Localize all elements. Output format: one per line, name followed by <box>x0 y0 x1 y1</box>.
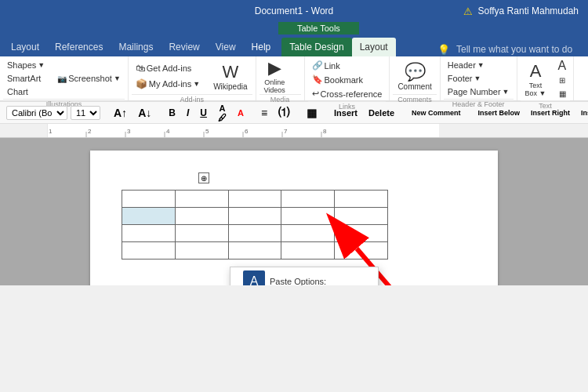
svg-text:8: 8 <box>323 128 327 135</box>
ruler: 1 2 3 4 5 6 7 8 <box>0 124 588 138</box>
search-area: 💡 <box>437 42 579 56</box>
svg-text:6: 6 <box>245 128 249 135</box>
document-area: ⊕ <box>0 138 588 285</box>
svg-text:7: 7 <box>284 128 288 135</box>
table-row <box>122 242 388 260</box>
btn-smartart[interactable]: SmartArt <box>3 72 49 85</box>
table-move-handle[interactable]: ⊕ <box>198 172 209 183</box>
cm-paste-options[interactable]: A Paste Options: <box>230 267 378 285</box>
svg-text:5: 5 <box>205 128 209 135</box>
table-cell[interactable] <box>228 191 281 208</box>
tab-view[interactable]: View <box>208 38 244 56</box>
table-cell[interactable] <box>335 225 388 242</box>
table-cell[interactable] <box>122 208 176 225</box>
btn-online-videos[interactable]: ▶ OnlineVideos <box>260 59 290 93</box>
table-cell[interactable] <box>335 191 388 208</box>
table-cell[interactable] <box>228 242 281 260</box>
font-family-select[interactable]: Calibri (Bo <box>6 106 67 120</box>
table-tools-label: Table Tools <box>278 22 359 34</box>
table-cell[interactable] <box>228 208 281 225</box>
btn-comment[interactable]: 💬 Comment <box>393 59 436 93</box>
btn-highlight[interactable]: A🖊 <box>214 102 230 124</box>
btn-italic[interactable]: I <box>183 106 193 120</box>
table-cell[interactable] <box>335 242 388 260</box>
table-cell[interactable] <box>122 191 176 208</box>
paste-icon: A <box>243 270 265 285</box>
btn-shrink-font[interactable]: A↓ <box>134 105 155 121</box>
btn-link[interactable]: 🔗 Link <box>308 59 387 72</box>
group-label-comments: Comments <box>393 94 436 103</box>
svg-text:4: 4 <box>166 128 170 135</box>
btn-bookmark[interactable]: 🔖 Bookmark <box>308 73 387 86</box>
tab-review[interactable]: Review <box>161 38 207 56</box>
btn-text-extra2[interactable]: ⊞ <box>555 74 570 86</box>
table-cell[interactable] <box>281 242 335 260</box>
ribbon-group-links: 🔗 Link 🔖 Bookmark ↩ Cross-reference Link… <box>305 56 390 100</box>
btn-numbering[interactable]: ⑴ <box>274 104 293 122</box>
btn-delete[interactable]: Delete <box>365 107 398 119</box>
btn-wikipedia[interactable]: W Wikipedia <box>209 59 252 93</box>
btn-table-grid[interactable]: ▦ <box>303 105 321 121</box>
tabs-row: Layout References Mailings Review View H… <box>0 38 588 56</box>
ribbon-group-media: ▶ OnlineVideos Media <box>256 56 305 100</box>
btn-text-extra3[interactable]: ▦ <box>555 88 570 100</box>
btn-insert-left[interactable]: Insert Left <box>577 107 588 118</box>
tab-help[interactable]: Help <box>244 38 279 56</box>
table-cell[interactable] <box>281 208 335 225</box>
table-row <box>122 225 388 242</box>
btn-header[interactable]: Header ▼ <box>444 59 514 71</box>
btn-text-box[interactable]: A TextBox ▼ <box>521 62 551 96</box>
table-cell[interactable] <box>228 225 281 242</box>
ribbon-group-comments: 💬 Comment Comments <box>390 56 440 100</box>
document-table[interactable] <box>122 190 388 260</box>
table-cell[interactable] <box>281 225 335 242</box>
table-cell[interactable] <box>122 225 176 242</box>
ruler-inner: 1 2 3 4 5 6 7 8 <box>47 124 439 137</box>
table-cell[interactable] <box>335 208 388 225</box>
search-input[interactable] <box>453 42 579 56</box>
title-bar: Document1 - Word ⚠ Soffya Ranti Mahmudah <box>0 0 588 22</box>
table-cell[interactable] <box>122 242 176 260</box>
ribbon-group-addins: 🛍 Get Add-ins 📦 My Add-ins ▼ W Wikipedia… <box>129 56 256 100</box>
btn-insert-below[interactable]: Insert Below <box>474 107 524 118</box>
btn-page-number[interactable]: Page Number ▼ <box>444 85 514 98</box>
ribbon-group-header-footer: Header ▼ Footer ▼ Page Number ▼ Header &… <box>441 56 517 100</box>
svg-text:2: 2 <box>88 128 92 135</box>
ribbon-group-illustrations: Shapes ▼ SmartArt Chart 📷 Screenshot ▼ I… <box>0 56 129 100</box>
context-menu: A Paste Options: ✂ Cut ⎘ Copy 🔍 Search S… <box>230 267 379 285</box>
btn-chart[interactable]: Chart <box>3 85 49 98</box>
tab-table-layout[interactable]: Layout <box>352 38 396 56</box>
btn-font-color[interactable]: A <box>234 107 248 119</box>
ribbon-tabs-container: Table Tools Layout References Mailings R… <box>0 22 588 56</box>
btn-list[interactable]: ≡ <box>257 105 271 121</box>
table-cell[interactable] <box>175 191 228 208</box>
cm-paste-label: Paste Options: <box>270 277 326 285</box>
table-cell[interactable] <box>175 208 228 225</box>
table-cell[interactable] <box>175 225 228 242</box>
btn-insert[interactable]: Insert <box>330 107 361 119</box>
btn-my-addins[interactable]: 📦 My Add-ins ▼ <box>132 77 204 91</box>
font-size-select[interactable]: 11 <box>71 106 100 120</box>
table-cell[interactable] <box>281 191 335 208</box>
btn-footer[interactable]: Footer ▼ <box>444 72 514 85</box>
btn-text-extra1[interactable]: A <box>555 59 570 73</box>
tab-mailings[interactable]: Mailings <box>111 38 161 56</box>
table-cell[interactable] <box>175 242 228 260</box>
tab-references[interactable]: References <box>47 38 111 56</box>
btn-grow-font[interactable]: A↑ <box>110 105 131 121</box>
btn-underline[interactable]: U <box>196 106 211 120</box>
btn-shapes[interactable]: Shapes ▼ <box>3 59 49 71</box>
btn-insert-right[interactable]: Insert Right <box>527 107 574 118</box>
btn-get-addins[interactable]: 🛍 Get Add-ins <box>132 61 204 75</box>
group-label-addins: Add-ins <box>132 94 252 103</box>
main-ribbon: Shapes ▼ SmartArt Chart 📷 Screenshot ▼ I… <box>0 56 588 102</box>
btn-screenshot[interactable]: 📷 Screenshot ▼ <box>53 72 125 85</box>
tab-table-design[interactable]: Table Design <box>281 38 351 56</box>
btn-bold[interactable]: B <box>165 106 180 120</box>
table-row <box>122 191 388 208</box>
btn-new-comment-tb[interactable]: New Comment <box>408 107 465 118</box>
btn-cross-reference[interactable]: ↩ Cross-reference <box>308 87 387 100</box>
svg-text:1: 1 <box>49 128 53 135</box>
group-label-media: Media <box>260 94 301 103</box>
tab-layout[interactable]: Layout <box>3 38 47 56</box>
